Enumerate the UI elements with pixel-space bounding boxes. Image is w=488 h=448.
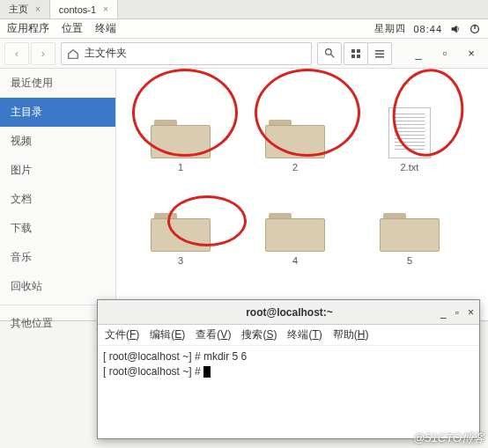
file-toolbar: ‹ › 主文件夹 _ ▫ × — [0, 39, 488, 69]
term-menu-view[interactable]: 查看(V) — [196, 327, 231, 342]
terminal-maximize-button[interactable]: ▫ — [455, 306, 459, 319]
terminal-body[interactable]: [ root@localhost ~] # mkdir 5 6 [ root@l… — [98, 346, 479, 438]
clock-time: 08:44 — [413, 24, 442, 34]
forward-button[interactable]: › — [31, 42, 55, 65]
terminal-titlebar[interactable]: root@localhost:~ _ ▫ × — [98, 300, 479, 325]
desktop-menubar: 应用程序 位置 终端 星期四 08:44 — [0, 19, 488, 39]
svg-rect-10 — [375, 56, 384, 58]
menu-applications[interactable]: 应用程序 — [7, 21, 49, 36]
svg-point-2 — [325, 49, 331, 55]
folder-item[interactable]: 1 — [123, 79, 238, 173]
volume-icon[interactable] — [449, 23, 462, 35]
sidebar-item-documents[interactable]: 文档 — [0, 185, 115, 214]
view-grid-button[interactable] — [344, 42, 368, 65]
folder-icon — [151, 209, 211, 252]
file-grid: 1 2 2.txt 3 4 5 — [116, 69, 488, 320]
close-icon[interactable]: × — [35, 4, 41, 14]
search-icon — [324, 48, 336, 59]
folder-item[interactable]: 5 — [352, 173, 467, 266]
back-button[interactable]: ‹ — [4, 42, 29, 65]
folder-icon — [265, 116, 325, 158]
power-icon[interactable] — [469, 23, 481, 35]
path-bar[interactable]: 主文件夹 — [61, 42, 312, 65]
term-menu-help[interactable]: 帮助(H) — [333, 327, 369, 342]
view-list-button[interactable] — [367, 42, 392, 65]
window-close-button[interactable]: × — [459, 42, 484, 65]
folder-item[interactable]: 3 — [123, 173, 238, 266]
file-label: 3 — [178, 255, 183, 266]
clock-day: 星期四 — [374, 22, 406, 35]
file-item[interactable]: 2.txt — [352, 79, 467, 173]
file-label: 2 — [292, 162, 298, 173]
svg-rect-4 — [351, 49, 355, 53]
folder-icon — [265, 209, 325, 252]
grid-icon — [351, 48, 361, 59]
svg-rect-7 — [357, 55, 360, 58]
terminal-close-button[interactable]: × — [468, 306, 474, 319]
terminal-minimize-button[interactable]: _ — [440, 306, 447, 319]
terminal-window: root@localhost:~ _ ▫ × 文件(F) 编辑(E) 查看(V)… — [97, 299, 480, 439]
watermark: @51CTO博客 — [413, 430, 484, 446]
svg-rect-8 — [375, 50, 384, 52]
sidebar-item-music[interactable]: 音乐 — [0, 243, 115, 272]
sidebar-item-trash[interactable]: 回收站 — [0, 272, 115, 301]
folder-item[interactable]: 4 — [238, 173, 352, 266]
sidebar-item-videos[interactable]: 视频 — [0, 127, 115, 156]
folder-icon — [151, 116, 211, 158]
sidebar-item-recent[interactable]: 最近使用 — [0, 69, 115, 98]
home-icon — [67, 48, 79, 60]
sidebar: 最近使用 主目录 视频 图片 文档 下载 音乐 回收站 其他位置 — [0, 69, 116, 320]
svg-line-3 — [330, 54, 334, 57]
search-button[interactable] — [317, 42, 342, 65]
terminal-title: root@localhost:~ — [138, 306, 440, 319]
terminal-line: [ root@localhost ~] # — [103, 365, 203, 378]
list-icon — [374, 48, 385, 59]
svg-rect-5 — [357, 49, 360, 53]
term-menu-terminal[interactable]: 终端(T) — [287, 327, 322, 342]
close-icon[interactable]: × — [103, 4, 108, 14]
folder-icon — [380, 209, 440, 252]
file-label: 2.txt — [401, 162, 419, 173]
file-manager: 最近使用 主目录 视频 图片 文档 下载 音乐 回收站 其他位置 1 2 2.t… — [0, 69, 488, 321]
tab-contos-1[interactable]: contos-1 × — [50, 0, 118, 18]
term-menu-file[interactable]: 文件(F) — [105, 327, 139, 342]
sidebar-item-downloads[interactable]: 下载 — [0, 214, 115, 243]
term-menu-edit[interactable]: 编辑(E) — [150, 327, 185, 342]
menu-terminal[interactable]: 终端 — [95, 21, 116, 36]
svg-rect-9 — [375, 53, 384, 55]
tab-label: contos-1 — [59, 4, 96, 15]
menu-places[interactable]: 位置 — [62, 21, 83, 36]
terminal-line: [ root@localhost ~] # mkdir 5 6 — [103, 350, 247, 363]
term-menu-search[interactable]: 搜索(S) — [241, 327, 277, 342]
terminal-cursor — [203, 366, 211, 378]
file-label: 4 — [292, 255, 298, 266]
window-minimize-button[interactable]: _ — [406, 42, 431, 65]
file-label: 5 — [407, 255, 412, 266]
sidebar-item-home[interactable]: 主目录 — [0, 98, 115, 127]
terminal-menubar: 文件(F) 编辑(E) 查看(V) 搜索(S) 终端(T) 帮助(H) — [98, 325, 479, 346]
file-label: 1 — [178, 162, 183, 173]
window-maximize-button[interactable]: ▫ — [433, 42, 457, 65]
browser-tabbar: 主页 × contos-1 × — [0, 0, 488, 19]
text-file-icon — [388, 107, 431, 158]
folder-item[interactable]: 2 — [238, 79, 352, 173]
tab-label: 主页 — [9, 3, 28, 16]
tab-home[interactable]: 主页 × — [0, 0, 50, 18]
sidebar-item-pictures[interactable]: 图片 — [0, 156, 115, 185]
svg-rect-6 — [351, 55, 355, 58]
path-label: 主文件夹 — [85, 46, 127, 61]
